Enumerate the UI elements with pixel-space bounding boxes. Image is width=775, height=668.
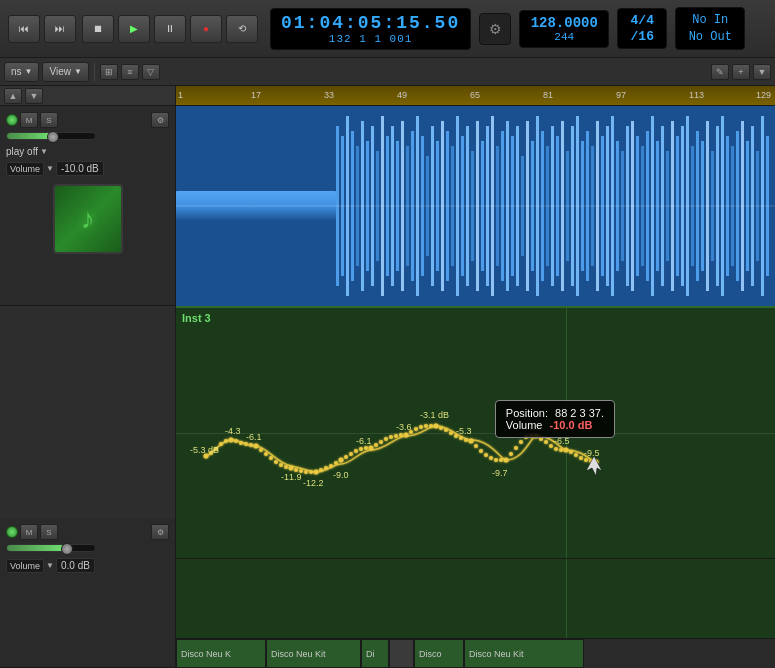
track1-controls: M S ⚙ play off ▼ Volume ▼ -10 [0,106,175,306]
record-button[interactable] [190,15,222,43]
ruler-mark-7: 97 [616,90,626,100]
svg-text:-12.2: -12.2 [303,478,324,488]
svg-point-164 [574,453,578,457]
svg-point-135 [429,424,433,428]
play-off-dropdown[interactable]: play off ▼ [6,146,169,157]
track2-power-led [6,526,18,538]
svg-point-96 [234,439,238,443]
svg-point-161 [559,448,563,452]
loop-button[interactable] [226,15,258,43]
svg-point-109 [299,469,303,473]
svg-point-107 [289,466,294,471]
svg-point-104 [274,460,278,464]
track1-volume-selector[interactable]: Volume [6,162,44,176]
view-arrow: ▼ [74,67,82,76]
track2-volume-selector-arrow: ▼ [46,561,54,570]
svg-point-119 [349,452,353,456]
clip-2[interactable]: Disco Neu Kit [266,639,361,668]
view-button[interactable]: View ▼ [42,62,88,82]
svg-text:-9.5: -9.5 [584,448,600,458]
toolbar-separator-1 [94,63,95,81]
tooltip-volume-value: -10.0 dB [550,419,593,431]
svg-point-118 [344,455,348,459]
collapse-button[interactable]: ▲ [4,88,22,104]
clip-1[interactable]: Disco Neu K [176,639,266,668]
svg-point-134 [424,424,428,428]
svg-point-120 [354,449,358,453]
svg-point-159 [549,444,553,448]
ruler-mark-2: 17 [251,90,261,100]
clip-5-label: Disco Neu Kit [469,649,524,659]
svg-point-98 [244,442,248,446]
ns-arrow: ▼ [25,67,33,76]
track1-volume-selector-arrow: ▼ [46,164,54,173]
ruler-mark-8: 113 [689,90,704,100]
clip-5[interactable]: Disco Neu Kit [464,639,584,668]
tempo-sub: 244 [554,31,574,43]
track2-solo-button[interactable]: S [40,524,58,540]
svg-text:-9.7: -9.7 [492,468,508,478]
track1-solo-button[interactable]: S [40,112,58,128]
svg-point-153 [519,440,523,444]
pause-button[interactable] [154,15,186,43]
add-icon-button[interactable]: + [732,64,750,80]
clip-3-label: Di [366,649,375,659]
clip-3[interactable]: Di [361,639,389,668]
sig-top: 4/4 [631,13,654,29]
svg-point-133 [419,425,423,429]
fast-forward-button[interactable] [44,15,76,43]
svg-point-165 [579,456,583,460]
track3-vertical-divider [566,559,567,638]
svg-point-152 [514,446,518,450]
track-header-toolbar: ▲ ▼ [0,86,175,106]
tooltip-position-row: Position: 88 2 3 37. [506,407,604,419]
track1-waveform [176,106,775,306]
no-out-label: No Out [689,29,732,46]
clip-1-label: Disco Neu K [181,649,231,659]
svg-point-147 [489,456,493,460]
track2-automation-area[interactable]: Inst 3 [176,306,775,558]
track2-mute-button[interactable]: M [20,524,38,540]
tool-icon-button[interactable]: ✎ [711,64,729,80]
svg-text:-4.3: -4.3 [225,426,241,436]
expand-button[interactable]: ▼ [25,88,43,104]
track1-mute-button[interactable]: M [20,112,38,128]
play-button[interactable] [118,15,150,43]
svg-point-114 [324,466,328,470]
view-label: View [49,66,71,77]
track2-volume-selector[interactable]: Volume [6,559,44,573]
clip-4[interactable]: Disco [414,639,464,668]
list-icon-button[interactable]: ≡ [121,64,139,80]
svg-point-91 [209,451,213,455]
main-time: 01:04:05:15.50 [281,13,460,33]
svg-text:-5.3 dB: -5.3 dB [190,445,219,455]
track2-name: Inst 3 [182,312,211,324]
svg-point-103 [269,456,273,460]
ns-label: ns [11,66,22,77]
track1-settings-button[interactable]: ⚙ [151,112,169,128]
grid-icon-button[interactable]: ⊞ [100,64,118,80]
track2-settings-button[interactable]: ⚙ [151,524,169,540]
timeline-ruler[interactable]: 1 17 33 49 65 81 97 113 129 [176,86,775,106]
ns-button[interactable]: ns ▼ [4,62,39,82]
automation-tooltip: Position: 88 2 3 37. Volume -10.0 dB [495,400,615,438]
filter-icon-button[interactable]: ▽ [142,64,160,80]
svg-point-106 [284,465,288,469]
track1-top-icons: M S ⚙ [6,112,169,128]
ruler-mark-1: 1 [178,90,183,100]
more-icon-button[interactable]: ▼ [753,64,771,80]
track1-slider[interactable] [6,132,96,140]
transport-bar: 01:04:05:15.50 132 1 1 001 ⚙ 128.0000 24… [0,0,775,58]
gear-button[interactable]: ⚙ [479,13,511,45]
ruler-mark-3: 33 [324,90,334,100]
rewind-button[interactable] [8,15,40,43]
time-display: 01:04:05:15.50 132 1 1 001 [270,8,471,50]
svg-point-137 [439,426,443,430]
track1-instrument-icon[interactable]: ♪ [53,184,123,254]
track2-slider[interactable] [6,544,96,552]
svg-point-110 [304,470,308,474]
tooltip-volume-row: Volume -10.0 dB [506,419,604,431]
svg-text:-3.1 dB: -3.1 dB [420,410,449,420]
stop-button[interactable] [82,15,114,43]
automation-center-line [176,433,775,434]
